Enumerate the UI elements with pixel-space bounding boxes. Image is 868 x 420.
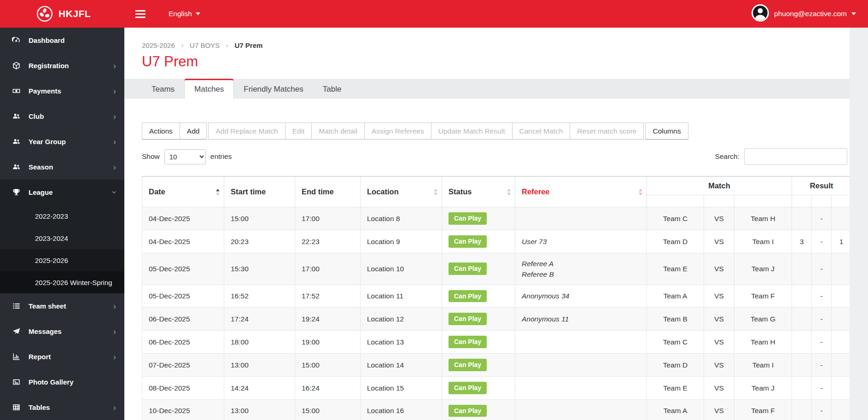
toolbar-button-update-match-result[interactable]: Update Match Result <box>431 122 513 140</box>
table-row[interactable]: 07-Dec-202513:0015:00Location 14Can Play… <box>142 353 851 376</box>
column-header-start-time: Start time <box>224 176 295 207</box>
result-home-cell <box>792 207 812 230</box>
away-team-cell: Team J <box>734 253 792 285</box>
end-time-cell: 19:00 <box>295 331 361 354</box>
main-area: 2025-2026 › U7 BOYS › U7 Prem U7 Prem Te… <box>124 28 868 420</box>
home-team-cell: Team A <box>647 285 704 308</box>
result-home-cell <box>792 376 812 399</box>
page-size-select[interactable]: 10 <box>164 149 206 164</box>
result-home-cell <box>792 285 812 308</box>
subheader-cell <box>704 195 734 207</box>
user-avatar-icon <box>751 4 769 24</box>
sidebar-item-label: Club <box>29 112 44 120</box>
tab-matches[interactable]: Matches <box>184 79 234 99</box>
subheader-cell <box>647 195 704 207</box>
status-cell: Can Play <box>442 399 515 420</box>
table-row[interactable]: 06-Dec-202517:2419:24Location 12Can Play… <box>142 308 851 331</box>
vs-cell: VS <box>704 399 734 420</box>
away-team-cell: Team G <box>734 308 792 331</box>
sidebar-item-season[interactable]: Season› <box>0 154 124 180</box>
date-cell: 06-Dec-2025 <box>142 331 224 354</box>
toolbar-button-group-3: Columns <box>645 122 688 140</box>
column-header-location[interactable]: Location <box>361 176 442 207</box>
status-cell: Can Play <box>442 230 515 253</box>
column-header-date[interactable]: Date <box>142 176 224 207</box>
date-cell: 06-Dec-2025 <box>142 308 224 331</box>
page-title: U7 Prem <box>142 53 847 70</box>
chevron-down-icon: › <box>110 191 119 193</box>
sidebar-item-team-sheet[interactable]: Team sheet› <box>0 293 124 319</box>
search-input[interactable] <box>744 148 847 165</box>
sidebar-item-label: Photo Gallery <box>29 378 74 386</box>
breadcrumb-item-yeargroup[interactable]: U7 BOYS <box>190 41 220 49</box>
toolbar-button-add[interactable]: Add <box>180 122 207 140</box>
result-away-cell: 1 <box>832 230 851 253</box>
tab-friendly-matches[interactable]: Friendly Matches <box>234 79 313 98</box>
status-badge: Can Play <box>449 290 487 303</box>
toolbar-button-reset-match-score[interactable]: Reset match score <box>570 122 644 140</box>
table-row[interactable]: 10-Dec-202513:0015:00Location 16Can Play… <box>142 399 851 420</box>
table-row[interactable]: 05-Dec-202515:3017:00Location 10Can Play… <box>142 253 851 285</box>
vs-cell: VS <box>704 207 734 230</box>
sidebar-item-year-group[interactable]: Year Group› <box>0 129 124 154</box>
sidebar-subitem-2025-2026[interactable]: 2025-2026 <box>0 249 124 271</box>
sidebar-item-payments[interactable]: Payments› <box>0 78 124 104</box>
column-header-label: Status <box>449 187 472 196</box>
language-selector[interactable]: English <box>169 10 200 18</box>
sort-asc-icon <box>639 188 642 191</box>
toolbar-button-cancel-match[interactable]: Cancel Match <box>512 122 571 140</box>
breadcrumb-item-current: U7 Prem <box>234 41 262 49</box>
sidebar-subitem-2022-2023[interactable]: 2022-2023 <box>0 205 124 227</box>
vs-cell: VS <box>704 285 734 308</box>
referee-name: User 73 <box>522 236 640 247</box>
toolbar-button-edit[interactable]: Edit <box>285 122 312 140</box>
chevron-right-icon: › <box>113 112 116 121</box>
sidebar-item-label: Payments <box>29 87 61 95</box>
sidebar-item-registration[interactable]: Registration› <box>0 53 124 78</box>
toolbar-button-assign-referees[interactable]: Assign Referees <box>364 122 431 140</box>
result-separator-cell: - <box>812 230 832 253</box>
toolbar-button-add-replace-match[interactable]: Add Replace Match <box>208 122 285 140</box>
toolbar-button-actions[interactable]: Actions <box>142 122 180 140</box>
vs-cell: VS <box>704 230 734 253</box>
status-cell: Can Play <box>442 308 515 331</box>
sidebar-item-report[interactable]: Report› <box>0 344 124 369</box>
table-row[interactable]: 06-Dec-202518:0019:00Location 13Can Play… <box>142 331 851 354</box>
column-header-label: Start time <box>231 187 266 196</box>
sidebar-subitem-2023-2024[interactable]: 2023-2024 <box>0 227 124 249</box>
toolbar-button-group-2: Add Replace MatchEditMatch detailAssign … <box>208 122 644 140</box>
table-row[interactable]: 05-Dec-202516:5217:52Location 11Can Play… <box>142 285 851 308</box>
sidebar-item-tables[interactable]: Tables› <box>0 395 124 420</box>
end-time-cell: 19:24 <box>295 308 361 331</box>
sidebar-subitem-2025-2026-winter-spring[interactable]: 2025-2026 Winter-Spring <box>0 271 124 293</box>
toolbar-button-columns[interactable]: Columns <box>645 122 688 140</box>
sidebar-item-league[interactable]: League› <box>0 180 124 205</box>
user-menu[interactable]: phuong@ezactive.com <box>751 4 868 24</box>
tab-teams[interactable]: Teams <box>142 79 184 98</box>
column-header-referee[interactable]: Referee <box>515 176 647 207</box>
location-cell: Location 10 <box>361 253 442 285</box>
hamburger-menu-button[interactable] <box>134 7 147 21</box>
sidebar-item-messages[interactable]: Messages› <box>0 319 124 344</box>
date-cell: 10-Dec-2025 <box>142 399 224 420</box>
table-row[interactable]: 04-Dec-202520:2322:23Location 9Can PlayU… <box>142 230 851 253</box>
sidebar-group-league: League›2022-20232023-20242025-20262025-2… <box>0 180 124 293</box>
chevron-right-icon: › <box>113 302 116 310</box>
column-header-status[interactable]: Status <box>442 176 515 207</box>
table-row[interactable]: 04-Dec-202515:0017:00Location 8Can PlayT… <box>142 207 851 230</box>
sidebar-item-photo-gallery[interactable]: Photo Gallery <box>0 369 124 395</box>
toolbar-button-match-detail[interactable]: Match detail <box>311 122 365 140</box>
column-header-label: Referee <box>522 187 550 196</box>
breadcrumb-item-season[interactable]: 2025-2026 <box>142 41 175 49</box>
sidebar-item-club[interactable]: Club› <box>0 104 124 129</box>
status-badge: Can Play <box>449 262 487 275</box>
sort-asc-icon <box>216 188 220 191</box>
topbar: HKJFL English phuong@ezactive.com <box>0 0 868 28</box>
date-cell: 07-Dec-2025 <box>142 353 224 376</box>
tab-table[interactable]: Table <box>313 79 351 98</box>
table-row[interactable]: 08-Dec-202514:2416:24Location 15Can Play… <box>142 376 851 399</box>
referee-name: Referee A <box>522 258 640 269</box>
sidebar-item-dashboard[interactable]: Dashboard <box>0 28 124 53</box>
hamburger-icon <box>135 10 146 18</box>
table-controls: Show 10 entries Search: <box>142 148 847 165</box>
